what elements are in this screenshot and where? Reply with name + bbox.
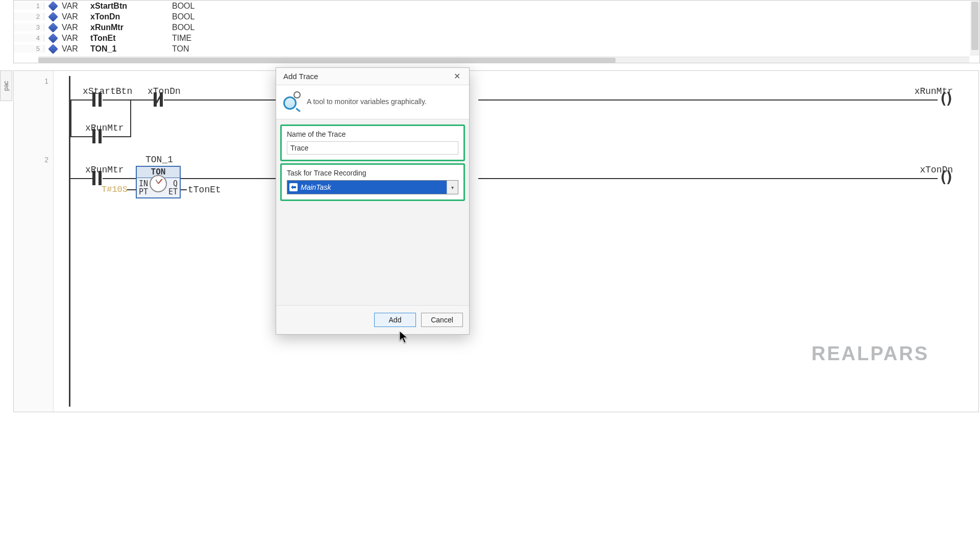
var-icon xyxy=(44,45,62,53)
line-number: 2 xyxy=(14,13,44,20)
var-name: TON_1 xyxy=(90,44,172,54)
rung-number: 2 xyxy=(14,156,54,164)
declaration-row[interactable]: 2VARxTonDnBOOL xyxy=(14,11,979,22)
trace-name-label: Name of the Trace xyxy=(287,130,458,138)
var-scope: VAR xyxy=(62,23,90,32)
var-scope: VAR xyxy=(62,12,90,21)
contact-label: xRunMtr xyxy=(85,165,124,175)
dialog-title: Add Trace xyxy=(283,72,450,81)
clock-icon xyxy=(150,175,167,192)
trace-task-label: Task for Trace Recording xyxy=(287,169,458,177)
no-contact-xstartbtn[interactable] xyxy=(92,92,102,107)
fb-instance-label: TON_1 xyxy=(145,155,173,165)
line-number: 3 xyxy=(14,23,44,31)
var-type: BOOL xyxy=(172,2,194,11)
coil-xrunmtr[interactable]: () xyxy=(939,92,954,108)
trace-icon xyxy=(283,93,300,110)
dialog-description: A tool to monitor variables graphically. xyxy=(307,97,427,106)
cancel-button[interactable]: Cancel xyxy=(421,313,463,327)
dialog-titlebar[interactable]: Add Trace ✕ xyxy=(276,68,469,85)
declaration-row[interactable]: 3VARxRunMtrBOOL xyxy=(14,22,979,33)
no-contact-xrunmtr-2[interactable] xyxy=(92,171,102,185)
var-name: xStartBtn xyxy=(90,2,172,11)
decl-hscroll[interactable] xyxy=(38,57,969,63)
trace-name-input[interactable] xyxy=(287,141,458,155)
var-icon xyxy=(44,35,62,42)
var-type: BOOL xyxy=(172,23,194,32)
watermark-logo: REALPARS xyxy=(812,343,929,365)
fb-pin-et: ET xyxy=(168,187,178,196)
trace-task-value: MainTask xyxy=(301,183,331,191)
var-scope: VAR xyxy=(62,34,90,43)
var-name: xTonDn xyxy=(90,12,172,21)
var-type: BOOL xyxy=(172,12,194,21)
declaration-row[interactable]: 4VARtTonEtTIME xyxy=(14,33,979,43)
fb-ton[interactable]: TON IN Q PT ET xyxy=(136,166,181,198)
close-button[interactable]: ✕ xyxy=(450,70,464,83)
line-number: 4 xyxy=(14,34,44,42)
add-button[interactable]: Add xyxy=(374,313,416,327)
et-var-label: tTonEt xyxy=(188,185,221,195)
declaration-row[interactable]: 1VARxStartBtnBOOL xyxy=(14,1,979,11)
contact-label: xTonDn xyxy=(148,86,181,96)
var-icon xyxy=(44,3,62,10)
no-contact-xrunmtr[interactable] xyxy=(92,129,102,143)
declaration-row[interactable]: 5VARTON_1TON xyxy=(14,43,979,54)
chevron-down-icon[interactable]: ▾ xyxy=(447,181,458,194)
declaration-panel: 1VARxStartBtnBOOL2VARxTonDnBOOL3VARxRunM… xyxy=(13,0,980,63)
var-scope: VAR xyxy=(62,44,90,54)
line-number: 5 xyxy=(14,45,44,53)
var-name: tTonEt xyxy=(90,34,172,43)
add-trace-dialog: Add Trace ✕ A tool to monitor variables … xyxy=(276,67,470,335)
pt-literal: T#10S xyxy=(102,185,128,194)
coil-xtondn[interactable]: () xyxy=(939,171,954,186)
contact-label: xRunMtr xyxy=(85,123,124,133)
decl-vscroll[interactable] xyxy=(970,2,979,56)
var-type: TON xyxy=(172,44,189,54)
var-scope: VAR xyxy=(62,2,90,11)
var-icon xyxy=(44,13,62,20)
line-number: 1 xyxy=(14,2,44,10)
contact-label: xStartBtn xyxy=(83,86,132,96)
fb-pin-pt: PT xyxy=(139,187,148,196)
trace-task-group: Task for Trace Recording MainTask ▾ xyxy=(280,163,465,201)
trace-task-combo[interactable]: MainTask ▾ xyxy=(287,180,458,194)
task-icon xyxy=(289,183,298,191)
nc-contact-xtondn[interactable] xyxy=(154,92,163,107)
var-icon xyxy=(44,24,62,31)
rung-number: 1 xyxy=(14,77,54,85)
var-type: TIME xyxy=(172,34,191,43)
trace-name-group: Name of the Trace xyxy=(280,124,465,161)
side-tab[interactable]: pac xyxy=(0,70,12,101)
mouse-cursor xyxy=(399,331,409,344)
var-name: xRunMtr xyxy=(90,23,172,32)
